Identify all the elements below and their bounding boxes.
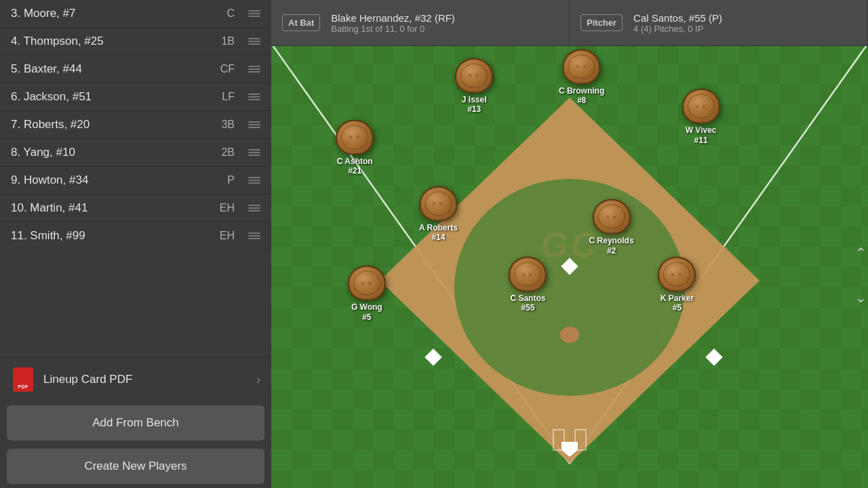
player-name: 6. Jackson, #51: [11, 90, 210, 104]
at-bat-panel: At Bat Blake Hernandez, #32 (RF) Batting…: [271, 0, 570, 45]
player-field-label: C Santos#55: [510, 293, 545, 313]
pdf-icon: [11, 367, 35, 392]
chevron-right-icon: ›: [256, 373, 260, 387]
player-c-reynolds[interactable]: C Reynolds#2: [589, 199, 634, 256]
player-name: 3. Moore, #7: [11, 7, 210, 20]
player-name: 8. Yang, #10: [11, 146, 210, 159]
player-position: C: [210, 7, 235, 20]
drag-handle-icon[interactable]: [248, 149, 260, 156]
player-name: 5. Baxter, #44: [11, 62, 210, 76]
glove-icon: [348, 266, 386, 301]
player-c-ashton[interactable]: C Ashton#21: [336, 120, 374, 176]
add-from-bench-button[interactable]: Add From Bench: [7, 405, 264, 441]
pdf-row[interactable]: Lineup Card PDF ›: [0, 357, 271, 401]
player-position: 3B: [210, 119, 235, 131]
player-position: P: [210, 174, 235, 186]
lineup-item[interactable]: 8. Yang, #10 2B: [0, 139, 271, 167]
pitcher-panel: Pitcher Cal Santos, #55 (P) 4 (4) Pitche…: [570, 0, 868, 45]
player-j-issel[interactable]: J Issel#13: [455, 58, 493, 114]
player-position: LF: [210, 91, 235, 103]
player-position: EH: [210, 230, 235, 242]
player-c-santos[interactable]: C Santos#55: [509, 257, 547, 313]
pitcher-sub: 4 (4) Pitches, 0 IP: [633, 24, 722, 34]
pdf-label: Lineup Card PDF: [43, 373, 256, 386]
glove-icon: [336, 120, 374, 155]
player-field-label: J Issel#13: [462, 94, 487, 114]
player-name: 9. Howton, #34: [11, 174, 210, 187]
top-bar: At Bat Blake Hernandez, #32 (RF) Batting…: [271, 0, 868, 46]
player-k-parker[interactable]: K Parker#5: [658, 257, 696, 313]
at-bat-info: Blake Hernandez, #32 (RF) Batting 1st of…: [331, 12, 455, 34]
drag-handle-icon[interactable]: [248, 121, 260, 128]
player-w-vivec[interactable]: W Vivec#11: [682, 89, 720, 145]
create-new-players-button[interactable]: Create New Players: [7, 449, 264, 484]
glove-icon: [509, 257, 547, 292]
lineup-item[interactable]: 3. Moore, #7 C: [0, 0, 271, 28]
player-field-label: W Vivec#11: [686, 125, 717, 145]
player-field-label: C Browning#8: [559, 85, 604, 105]
pitcher-info: Cal Santos, #55 (P) 4 (4) Pitches, 0 IP: [633, 12, 722, 34]
baseball-field: GC C Ashton#21 J Issel#13 C Browning#8 W…: [271, 46, 868, 488]
drag-handle-icon[interactable]: [248, 66, 260, 73]
drag-handle-icon[interactable]: [248, 205, 260, 211]
drag-handle-icon[interactable]: [248, 94, 260, 100]
player-name: 4. Thompson, #25: [11, 35, 210, 48]
at-bat-player-name: Blake Hernandez, #32 (RF): [331, 12, 455, 24]
svg-point-11: [560, 327, 579, 343]
drag-handle-icon[interactable]: [248, 177, 260, 184]
svg-point-8: [454, 179, 685, 396]
glove-icon: [658, 257, 696, 292]
player-position: EH: [210, 202, 235, 214]
drag-handle-icon[interactable]: [248, 232, 260, 239]
at-bat-sub: Batting 1st of 11, 0 for 0: [331, 24, 455, 34]
scroll-up-icon[interactable]: ⌃: [855, 245, 867, 261]
player-a-roberts[interactable]: A Roberts#14: [419, 186, 458, 242]
lineup-item[interactable]: 5. Baxter, #44 CF: [0, 56, 271, 83]
field-container: GC C Ashton#21 J Issel#13 C Browning#8 W…: [271, 46, 868, 488]
player-name: 11. Smith, #99: [11, 229, 210, 243]
drag-handle-icon[interactable]: [248, 38, 260, 45]
glove-icon: [563, 49, 601, 84]
lineup-item[interactable]: 7. Roberts, #20 3B: [0, 111, 271, 139]
drag-handle-icon[interactable]: [248, 10, 260, 17]
player-c-browning[interactable]: C Browning#8: [559, 49, 604, 105]
player-field-label: C Ashton#21: [337, 157, 373, 176]
glove-icon: [419, 186, 457, 221]
lineup-item[interactable]: 9. Howton, #34 P: [0, 167, 271, 195]
player-field-label: K Parker#5: [660, 293, 694, 313]
player-field-label: A Roberts#14: [419, 222, 458, 242]
player-position: 1B: [210, 35, 235, 47]
player-position: 2B: [210, 146, 235, 159]
player-position: CF: [210, 63, 235, 75]
pitcher-label: Pitcher: [580, 14, 623, 31]
at-bat-label: At Bat: [282, 14, 320, 31]
player-field-label: C Reynolds#2: [589, 236, 634, 256]
lineup-item[interactable]: 6. Jackson, #51 LF: [0, 83, 271, 111]
glove-icon: [593, 199, 631, 235]
player-g-wong[interactable]: G Wong#5: [348, 266, 386, 322]
glove-icon: [682, 89, 720, 124]
lineup-item[interactable]: 4. Thompson, #25 1B: [0, 28, 271, 56]
sidebar: 3. Moore, #7 C 4. Thompson, #25 1B 5. Ba…: [0, 0, 271, 488]
field-area: At Bat Blake Hernandez, #32 (RF) Batting…: [271, 0, 868, 488]
lineup-item[interactable]: 10. Martin, #41 EH: [0, 195, 271, 222]
glove-icon: [455, 58, 493, 93]
scroll-down-icon[interactable]: ⌄: [855, 289, 867, 306]
player-field-label: G Wong#5: [351, 302, 382, 322]
pitcher-player-name: Cal Santos, #55 (P): [633, 12, 722, 24]
player-name: 7. Roberts, #20: [11, 118, 210, 131]
lineup-item[interactable]: 11. Smith, #99 EH: [0, 222, 271, 250]
lineup-list: 3. Moore, #7 C 4. Thompson, #25 1B 5. Ba…: [0, 0, 271, 357]
player-name: 10. Martin, #41: [11, 201, 210, 215]
